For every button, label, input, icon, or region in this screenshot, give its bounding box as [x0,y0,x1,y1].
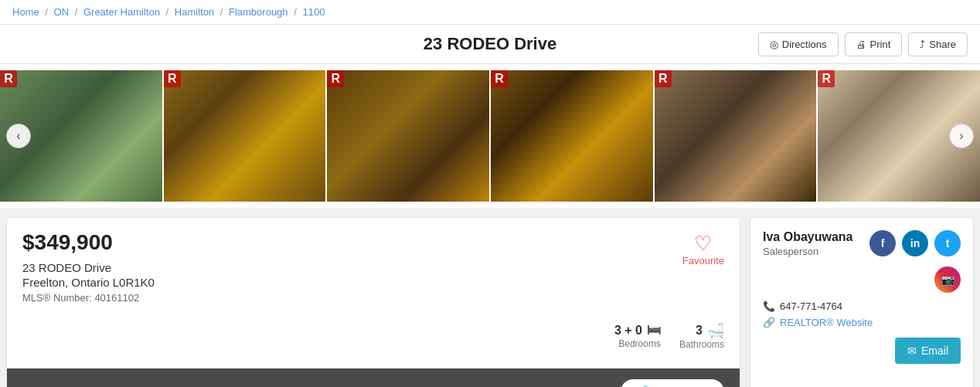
favourite-label: Favourite [682,255,724,266]
gallery: ‹ R R R R R R › [0,64,980,208]
stats-row: 3 + 0 🛏 Bedrooms 3 🛁 Bathrooms [7,319,740,362]
agent-phone: 📞 647-771-4764 [763,300,961,312]
print-icon: 🖨 [856,39,866,50]
incentive-banner: Do I qualify for the First-Time Home Buy… [7,368,740,387]
linkedin-icon[interactable]: in [902,230,928,256]
listing-text: $349,900 23 RODEO Drive Freelton, Ontari… [22,230,155,304]
favourite-button[interactable]: ♡ Favourite [682,233,724,266]
listing-title: 23 RODEO Drive [424,34,556,54]
print-button[interactable]: 🖨 Print [845,32,903,56]
instagram-icon[interactable]: 📷 [934,266,961,293]
bathrooms-value: 3 🛁 [696,322,724,339]
social-icons: f in t [869,230,961,256]
listing-address-line2: Freelton, Ontario L0R1K0 [22,276,155,289]
bedrooms-value: 3 + 0 🛏 [614,322,661,338]
gallery-strip: R R R R R R [0,70,980,202]
realtor-watermark-5: R [655,70,672,87]
breadcrumb-flamborough[interactable]: Flamborough [229,6,288,18]
gallery-photo-5[interactable]: R [655,70,817,202]
realtor-watermark-1: R [0,70,17,87]
realtor-watermark-4: R [491,70,508,87]
directions-icon: ◎ [770,39,778,50]
agent-website[interactable]: 🔗 REALTOR® Website [763,317,961,328]
globe-icon: 🔗 [763,317,775,328]
realtor-watermark-3: R [327,70,344,87]
bed-icon: 🛏 [647,322,661,338]
main-content: $349,900 23 RODEO Drive Freelton, Ontari… [0,208,980,387]
listing-info: $349,900 23 RODEO Drive Freelton, Ontari… [7,218,740,319]
gallery-next-button[interactable]: › [949,124,974,148]
heart-icon: ♡ [694,233,712,253]
breadcrumb-1100[interactable]: 1100 [302,6,325,18]
facebook-icon[interactable]: f [869,230,896,256]
header-actions: ◎ Directions 🖨 Print ⤴ Share [758,32,968,56]
directions-button[interactable]: ◎ Directions [758,32,839,56]
share-button[interactable]: ⤴ Share [908,32,968,56]
gallery-prev-button[interactable]: ‹ [6,124,31,148]
listing-card: $349,900 23 RODEO Drive Freelton, Ontari… [6,217,740,387]
share-icon: ⤴ [920,39,925,50]
listing-header: 23 RODEO Drive ◎ Directions 🖨 Print ⤴ Sh… [0,25,980,64]
listing-address-line1: 23 RODEO Drive [22,261,155,274]
agent-title: Salesperson [763,246,853,257]
phone-icon: 📞 [763,300,775,312]
gallery-photo-4[interactable]: R [491,70,653,202]
breadcrumb-greater-hamilton[interactable]: Greater Hamilton [83,6,160,18]
bathrooms-stat: 3 🛁 Bathrooms [679,322,724,350]
breadcrumb: Home / ON / Greater Hamilton / Hamilton … [0,0,980,25]
listing-mls: MLS® Number: 40161102 [22,292,155,304]
agent-name: Iva Obayuwana [763,230,853,244]
breadcrumb-home[interactable]: Home [12,6,39,18]
learn-more-button[interactable]: 🔗 Learn More [621,379,724,387]
gallery-photo-3[interactable]: R [327,70,489,202]
breadcrumb-on[interactable]: ON [54,6,70,18]
gallery-photo-2[interactable]: R [164,70,326,202]
bath-icon: 🛁 [707,322,724,339]
email-icon: ✉ [907,345,917,357]
listing-price: $349,900 [22,230,155,255]
realtor-watermark-2: R [164,70,181,87]
twitter-icon[interactable]: t [934,230,961,256]
agent-info: Iva Obayuwana Salesperson [763,230,853,266]
bathrooms-label: Bathrooms [679,339,724,350]
email-button[interactable]: ✉ Email [895,338,961,364]
realtor-watermark-6: R [818,70,835,87]
bedrooms-stat: 3 + 0 🛏 Bedrooms [614,322,661,350]
bedrooms-label: Bedrooms [618,338,661,349]
agent-card: Iva Obayuwana Salesperson f in t 📷 📞 647… [750,217,974,387]
breadcrumb-hamilton[interactable]: Hamilton [175,6,214,18]
